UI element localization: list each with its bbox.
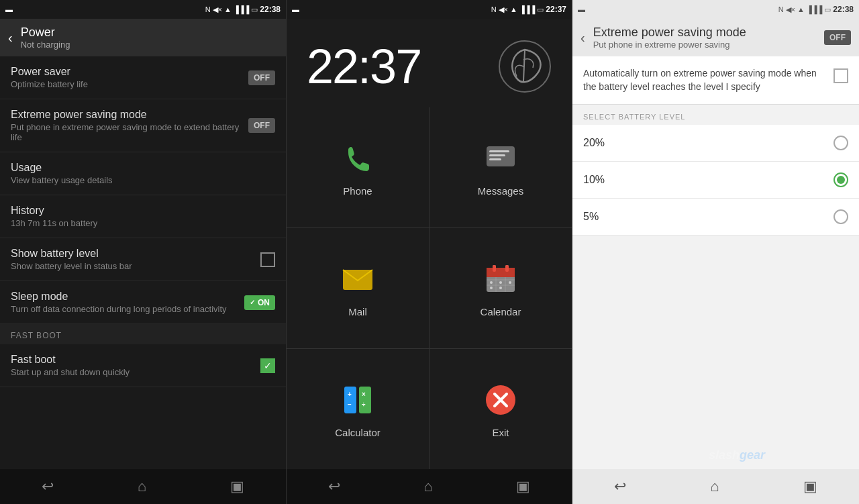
select-battery-level-header: SELECT BATTERY LEVEL [572,105,859,125]
app-cell-mail[interactable]: Mail [287,228,429,348]
app-cell-calendar[interactable]: Calendar [430,228,572,348]
setting-extreme-power[interactable]: Extreme power saving mode Put phone in e… [0,99,286,152]
nav-bar-p3: ↩ ⌂ ▣ [572,469,859,504]
app-cell-calculator[interactable]: + − × ÷ Calculator [287,349,429,469]
radio-inner-dot [837,176,845,184]
panel-extreme-power: ▬ N ◀× ▲ ▐▐▐ ▭ 22:38 ‹ Extreme power sav… [572,0,859,504]
svg-point-0 [499,41,550,92]
svg-point-20 [490,287,493,289]
nav-recents-p3[interactable]: ▣ [803,478,817,495]
nav-bar-p2: ↩ ⌂ ▣ [287,469,572,504]
nfc-icon-p2: N [491,5,497,13]
setting-usage-text: Usage View battery usage details [11,162,275,185]
battery-20-label: 20% [583,137,605,149]
status-time-p2: 22:37 [546,5,566,14]
back-button-p1[interactable]: ‹ [8,30,13,46]
page-subtitle-p3: Put phone in extreme power saving [593,40,816,50]
nav-home-p1[interactable]: ⌂ [138,478,146,495]
calendar-label: Calendar [481,306,521,317]
setting-sleep-mode-text: Sleep mode Turn off data connection duri… [11,291,244,314]
power-saver-title: Power saver [11,66,248,78]
extreme-power-desc: Put phone in extreme power saving mode t… [11,122,248,142]
nav-back-p3[interactable]: ↩ [614,478,626,495]
svg-text:−: − [348,401,352,408]
auto-trigger-row[interactable]: Automatically turn on extreme power savi… [572,56,859,105]
nav-home-p3[interactable]: ⌂ [710,478,719,495]
header-title-block-p1: Power Not charging [21,26,278,50]
mail-icon [341,266,374,293]
wifi-icon-p2: ▲ [510,5,517,13]
signal-icon: ▐▐▐ [234,5,249,13]
setting-show-battery[interactable]: Show battery level Show battery level in… [0,238,286,281]
status-time-p3: 22:38 [833,5,854,14]
setting-fast-boot[interactable]: Fast boot Start up and shut down quickly… [0,344,286,387]
extreme-power-toggle[interactable]: OFF [248,118,275,133]
calendar-icon-wrap [481,259,521,299]
battery-20-radio[interactable] [833,136,848,150]
svg-rect-2 [489,150,509,152]
nav-back-p2[interactable]: ↩ [328,478,340,495]
app-cell-exit[interactable]: Exit [430,349,572,469]
section-fast-boot: FAST BOOT [0,324,286,344]
status-bar-panel3: ▬ N ◀× ▲ ▐▐▐ ▭ 22:38 [572,0,859,19]
panel-power-settings: ▬ N ◀× ▲ ▐▐▐ ▭ 22:38 ‹ Power Not chargin… [0,0,287,504]
nav-recents-p2[interactable]: ▣ [516,478,530,495]
auto-trigger-checkbox[interactable] [833,68,848,83]
battery-level-20[interactable]: 20% [572,125,859,162]
svg-rect-3 [489,154,505,156]
settings-list-p1: Power saver Optimize battery life OFF Ex… [0,56,286,469]
svg-point-18 [499,281,502,284]
setting-history[interactable]: History 13h 7m 11s on battery [0,195,286,238]
page-subtitle-p1: Not charging [21,40,278,50]
battery-level-5[interactable]: 5% [572,199,859,236]
status-left-panel3: ▬ [578,5,585,13]
svg-point-21 [499,287,502,289]
svg-text:÷: ÷ [362,401,366,408]
usage-title: Usage [11,162,275,174]
battery-10-label: 10% [583,174,605,186]
exit-icon [484,383,517,417]
toggle-on-icon: ✓ [250,299,255,306]
battery-level-10[interactable]: 10% [572,162,859,199]
apps-grid: Phone Messages Mail [287,107,572,469]
mail-icon-wrap [338,259,378,299]
svg-rect-4 [489,158,501,160]
battery-5-radio[interactable] [833,209,848,224]
signal-icon-p3: ▐▐▐ [807,5,822,13]
svg-rect-11 [493,265,496,272]
status-right-panel3: N ◀× ▲ ▐▐▐ ▭ 22:38 [778,5,854,14]
svg-text:×: × [362,391,366,398]
app-cell-phone[interactable]: Phone [287,107,429,228]
power-saver-toggle[interactable]: OFF [248,70,275,85]
setting-usage[interactable]: Usage View battery usage details [0,152,286,195]
svg-point-17 [490,281,493,284]
svg-rect-12 [505,265,509,272]
exit-icon-wrap [481,380,521,420]
extreme-power-header-toggle[interactable]: OFF [824,30,851,45]
header-bar-p3: ‹ Extreme power saving mode Put phone in… [572,19,859,56]
setting-power-saver[interactable]: Power saver Optimize battery life OFF [0,56,286,99]
battery-10-radio[interactable] [833,172,848,187]
nav-home-p2[interactable]: ⌂ [423,478,432,495]
setting-power-saver-text: Power saver Optimize battery life [11,66,248,89]
history-title: History [11,205,275,217]
app-cell-messages[interactable]: Messages [430,107,572,228]
show-battery-checkbox[interactable] [260,252,275,267]
exit-label: Exit [492,427,509,438]
nav-back-p1[interactable]: ↩ [42,478,54,495]
panel-home-screen: ▬ N ◀× ▲ ▐▐▐ ▭ 22:37 22:37 [287,0,572,504]
extreme-power-content: Automatically turn on extreme power savi… [572,56,859,469]
leaf-icon [498,40,552,93]
signal-icon-p2: ▐▐▐ [519,5,535,13]
fast-boot-checkbox[interactable]: ✓ [260,358,275,373]
setting-sleep-mode[interactable]: Sleep mode Turn off data connection duri… [0,281,286,324]
header-bar-p1: ‹ Power Not charging [0,19,286,56]
volume-icon-p2: ◀× [499,5,508,14]
sleep-mode-toggle[interactable]: ✓ON [244,295,275,310]
sim-icon-p3: ▬ [578,5,585,13]
nav-recents-p1[interactable]: ▣ [230,478,244,495]
clock-display: 22:37 [307,39,421,94]
auto-trigger-text: Automatically turn on extreme power savi… [583,67,825,93]
back-button-p3[interactable]: ‹ [580,30,585,46]
battery-icon-p2: ▭ [537,5,544,14]
